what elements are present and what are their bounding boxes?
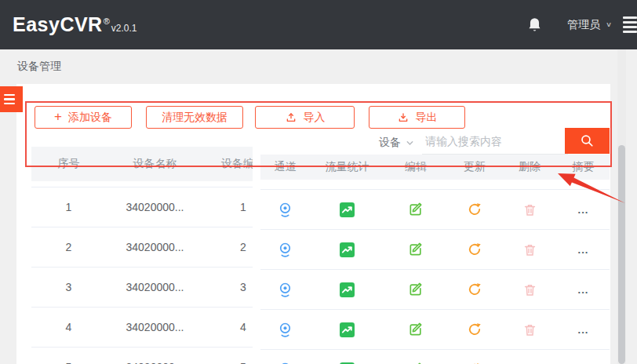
- clean-invalid-data-button[interactable]: 清理无效数据: [146, 106, 243, 129]
- delete-trash-icon[interactable]: [522, 322, 537, 337]
- channel-webcam-icon[interactable]: [277, 202, 293, 218]
- chevron-down-icon: ∨: [606, 20, 612, 28]
- download-icon: [397, 111, 410, 124]
- table-row-left[interactable]: 2 34020000... 2: [31, 228, 253, 268]
- search-icon: [580, 133, 595, 148]
- device-table-right-section: 通道 流量统计 编辑 更新 删除 摘要: [260, 155, 610, 364]
- table-header-left: 序号 设备名称 设备编号: [31, 147, 253, 181]
- edit-icon[interactable]: [408, 202, 424, 217]
- col-header-device-name: 设备名称: [106, 147, 204, 181]
- notification-bell-icon[interactable]: [527, 16, 542, 33]
- app-logo: EasyCVR ® v2.0.1: [0, 13, 136, 36]
- col-header-traffic: 流量统计: [310, 155, 384, 180]
- col-header-no: 序号: [31, 147, 106, 181]
- summary-more-button[interactable]: ...: [578, 244, 589, 256]
- table-row-right[interactable]: ...: [260, 350, 610, 364]
- import-label: 导入: [304, 111, 326, 125]
- cell-device-name: 34020000...: [106, 308, 204, 347]
- import-button[interactable]: 导入: [255, 106, 355, 129]
- traffic-stats-icon[interactable]: [340, 242, 355, 257]
- search-type-select[interactable]: 设备: [379, 132, 414, 154]
- cell-no: 5: [31, 348, 106, 364]
- table-row-right[interactable]: ...: [260, 230, 610, 270]
- summary-more-button[interactable]: ...: [578, 324, 589, 336]
- channel-webcam-icon[interactable]: [277, 362, 293, 364]
- traffic-stats-icon[interactable]: [340, 202, 355, 217]
- table-row-left[interactable]: 1 34020000... 1: [31, 187, 253, 228]
- content-panel: + 添加设备 清理无效数据 导入 导出 设备: [16, 84, 610, 364]
- refresh-icon[interactable]: [467, 322, 482, 337]
- channel-webcam-icon[interactable]: [277, 242, 293, 258]
- cell-no: 2: [31, 228, 106, 267]
- channel-webcam-icon[interactable]: [277, 282, 293, 298]
- traffic-stats-icon[interactable]: [340, 322, 355, 337]
- delete-trash-icon[interactable]: [522, 242, 537, 257]
- table-row-right[interactable]: ...: [260, 310, 610, 350]
- col-header-device-id: 设备编号: [204, 147, 253, 181]
- search-button[interactable]: [565, 128, 610, 154]
- cell-device-id: 3: [204, 268, 253, 307]
- registered-mark: ®: [104, 16, 110, 26]
- table-row-right[interactable]: ...: [260, 190, 610, 230]
- refresh-icon[interactable]: [467, 282, 482, 297]
- table-row-left[interactable]: 3 34020000... 3: [31, 268, 253, 308]
- refresh-icon[interactable]: [467, 202, 482, 217]
- page-scrollbar-thumb[interactable]: [618, 145, 625, 364]
- topbar-actions: 管理员 ∨: [527, 0, 637, 49]
- breadcrumb-label: 设备管理: [17, 60, 61, 74]
- table-row-left[interactable]: 5 34020000... 5: [31, 348, 253, 364]
- col-header-delete: 删除: [502, 155, 557, 180]
- search-input[interactable]: [422, 129, 568, 155]
- device-table-left-section: 序号 设备名称 设备编号 1 34020000... 1 2 34020000.…: [31, 147, 253, 364]
- export-button[interactable]: 导出: [369, 106, 465, 129]
- cell-device-id: 1: [204, 187, 253, 227]
- breadcrumb: 设备管理: [0, 49, 637, 84]
- cell-device-name: 34020000...: [106, 187, 204, 227]
- user-menu[interactable]: 管理员 ∨: [567, 18, 612, 32]
- summary-more-button[interactable]: ...: [578, 204, 589, 216]
- table-row-right[interactable]: ...: [260, 270, 610, 310]
- clean-label: 清理无效数据: [162, 111, 228, 125]
- cell-device-name: 34020000...: [106, 268, 204, 307]
- cell-no: 4: [31, 308, 106, 347]
- col-header-channel: 通道: [260, 155, 310, 180]
- table-row-left[interactable]: 4 34020000... 4: [31, 308, 253, 348]
- select-chevron-down-icon: [406, 139, 414, 147]
- delete-trash-icon[interactable]: [522, 202, 537, 217]
- col-header-edit: 编辑: [384, 155, 447, 180]
- traffic-stats-icon[interactable]: [340, 282, 355, 297]
- sidebar-toggle-button[interactable]: [0, 86, 23, 112]
- top-menu-icon[interactable]: [623, 16, 637, 33]
- cell-device-name: 34020000...: [106, 348, 204, 364]
- col-header-summary: 摘要: [557, 155, 610, 180]
- refresh-icon[interactable]: [467, 242, 482, 257]
- add-device-button[interactable]: + 添加设备: [35, 106, 132, 129]
- col-header-update: 更新: [447, 155, 502, 180]
- plus-icon: +: [54, 110, 62, 123]
- search-type-label: 设备: [379, 136, 401, 150]
- add-device-label: 添加设备: [68, 111, 112, 125]
- edit-icon[interactable]: [408, 282, 424, 297]
- cell-device-name: 34020000...: [106, 228, 204, 267]
- upload-icon: [285, 111, 297, 124]
- channel-webcam-icon[interactable]: [277, 322, 293, 338]
- logo-text: EasyCVR: [13, 13, 103, 36]
- edit-icon[interactable]: [408, 242, 424, 257]
- user-name: 管理员: [567, 18, 600, 32]
- cell-device-id: 5: [204, 348, 253, 364]
- delete-trash-icon[interactable]: [522, 282, 537, 297]
- cell-no: 3: [31, 268, 106, 307]
- page-scrollbar-track[interactable]: [617, 49, 626, 364]
- top-header: EasyCVR ® v2.0.1 管理员 ∨: [0, 0, 637, 49]
- cell-device-id: 4: [204, 308, 253, 347]
- table-header-right: 通道 流量统计 编辑 更新 删除 摘要: [260, 155, 610, 180]
- edit-icon[interactable]: [408, 322, 424, 337]
- summary-more-button[interactable]: ...: [578, 284, 589, 296]
- table-body-right: ...: [260, 189, 610, 364]
- export-label: 导出: [416, 111, 438, 125]
- version-label: v2.0.1: [111, 23, 137, 34]
- table-body-left: 1 34020000... 1 2 34020000... 2 3 340200…: [31, 187, 253, 364]
- cell-no: 1: [31, 187, 106, 227]
- cell-device-id: 2: [204, 228, 253, 267]
